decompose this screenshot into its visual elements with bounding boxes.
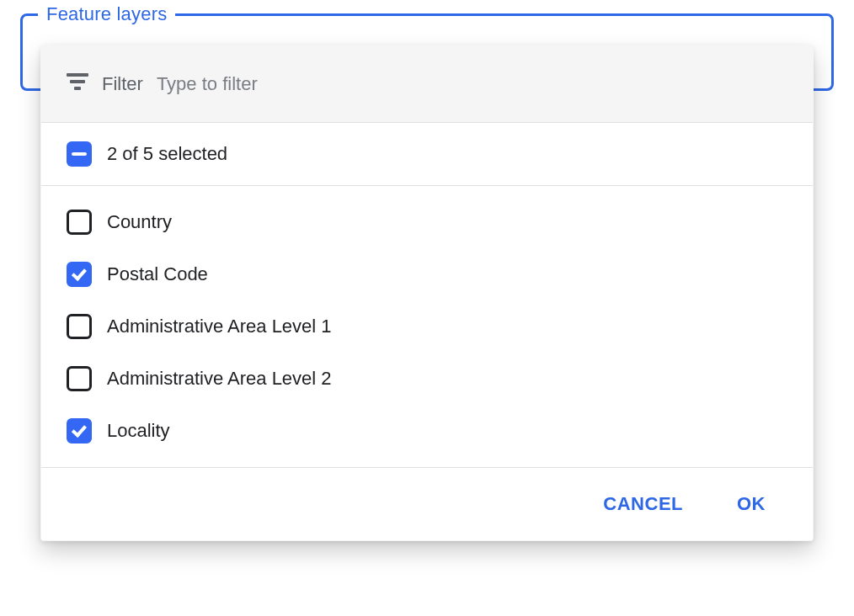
option-checkbox[interactable] [67,418,92,443]
cancel-button[interactable]: CANCEL [596,488,690,520]
option-checkbox[interactable] [67,210,92,235]
feature-layers-legend: Feature layers [46,3,167,25]
option-label: Administrative Area Level 2 [107,368,332,390]
filter-icon [67,73,88,95]
page-root: Feature layers Filter 2 of 5 selected Co… [0,0,854,616]
select-all-summary: 2 of 5 selected [107,143,227,165]
option-label: Locality [107,420,170,442]
option-label: Administrative Area Level 1 [107,316,332,337]
option-checkbox[interactable] [67,366,92,391]
feature-layers-dropdown: Filter 2 of 5 selected CountryPostal Cod… [40,45,814,541]
select-all-row[interactable]: 2 of 5 selected [41,123,813,186]
filter-label: Filter [102,73,143,95]
option-checkbox[interactable] [67,262,92,287]
option-checkbox[interactable] [67,314,92,339]
option-label: Country [107,211,172,233]
feature-layers-legend-wrap: Feature layers [38,3,175,26]
option-row[interactable]: Postal Code [41,248,813,300]
option-label: Postal Code [107,263,208,285]
ok-button[interactable]: OK [730,488,772,520]
option-row[interactable]: Locality [41,405,813,457]
filter-input[interactable] [157,72,787,97]
select-all-indeterminate-checkbox[interactable] [67,141,92,167]
dialog-buttons: CANCEL OK [41,468,813,540]
option-row[interactable]: Administrative Area Level 2 [41,353,813,405]
filter-bar: Filter [41,46,813,123]
option-list: CountryPostal CodeAdministrative Area Le… [41,186,813,468]
option-row[interactable]: Country [41,196,813,248]
option-row[interactable]: Administrative Area Level 1 [41,300,813,353]
